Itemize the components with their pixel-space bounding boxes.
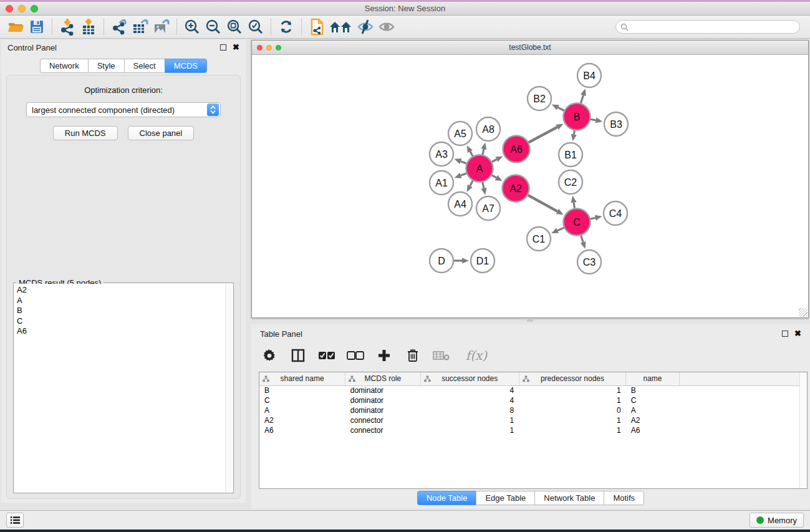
hide-selected-button[interactable] bbox=[355, 17, 376, 36]
cell-successor-nodes[interactable]: 1 bbox=[420, 425, 519, 435]
edge-A-A5[interactable] bbox=[470, 152, 473, 156]
node-B2[interactable]: B2 bbox=[528, 87, 551, 110]
save-session-button[interactable] bbox=[26, 17, 47, 36]
cell-successor-nodes[interactable]: 4 bbox=[420, 395, 519, 405]
node-D1[interactable]: D1 bbox=[471, 249, 494, 273]
delete-column-button[interactable] bbox=[402, 345, 423, 366]
cell-name[interactable]: C bbox=[626, 395, 680, 405]
select-all-button[interactable] bbox=[316, 345, 337, 366]
show-all-button[interactable] bbox=[376, 17, 397, 36]
table-settings-button[interactable] bbox=[259, 345, 280, 366]
cell-predecessor-nodes[interactable]: 1 bbox=[519, 395, 625, 405]
tab-style[interactable]: Style bbox=[88, 59, 124, 73]
window-titlebar[interactable]: Session: New Session bbox=[0, 2, 810, 16]
refresh-button[interactable] bbox=[276, 17, 297, 36]
node-B4[interactable]: B4 bbox=[577, 64, 601, 87]
edge-A-A3[interactable] bbox=[461, 162, 466, 163]
function-builder-button[interactable]: f(x) bbox=[460, 345, 493, 366]
add-column-button[interactable] bbox=[374, 345, 395, 366]
edge-A-A1[interactable] bbox=[461, 173, 466, 175]
tab-motifs[interactable]: Motifs bbox=[604, 491, 644, 505]
edge-A-A2[interactable] bbox=[492, 175, 496, 178]
node-B3[interactable]: B3 bbox=[604, 112, 628, 136]
delete-table-button[interactable] bbox=[431, 345, 452, 366]
node-C4[interactable]: C4 bbox=[604, 201, 627, 225]
node-D[interactable]: D bbox=[430, 249, 453, 273]
edge-B-B4[interactable] bbox=[581, 95, 584, 104]
node-A[interactable]: A bbox=[466, 155, 493, 182]
new-network-from-selection-button[interactable] bbox=[306, 17, 327, 36]
tab-node-table[interactable]: Node Table bbox=[417, 491, 476, 505]
cell-predecessor-nodes[interactable]: 1 bbox=[519, 385, 625, 395]
cell-name[interactable]: A bbox=[626, 405, 680, 415]
edge-C-C1[interactable] bbox=[557, 228, 564, 231]
edge-A2-C[interactable] bbox=[528, 195, 557, 211]
mcds-result-scrollbar[interactable] bbox=[225, 284, 233, 492]
close-panel-icon[interactable]: ✖ bbox=[233, 44, 239, 51]
node-B1[interactable]: B1 bbox=[559, 143, 582, 167]
export-table-button[interactable] bbox=[130, 17, 151, 36]
cell-shared-name[interactable]: A6 bbox=[259, 425, 345, 435]
table-row[interactable]: A6connector11A6 bbox=[259, 425, 807, 435]
table-row[interactable]: Adominator80A bbox=[259, 405, 807, 415]
mcds-result-item[interactable]: C bbox=[17, 316, 223, 327]
node-A7[interactable]: A7 bbox=[476, 196, 500, 220]
tab-network-table[interactable]: Network Table bbox=[534, 491, 604, 505]
window-resize-grip[interactable] bbox=[799, 308, 808, 317]
zoom-fit-button[interactable] bbox=[224, 17, 245, 36]
cell-successor-nodes[interactable]: 4 bbox=[420, 385, 519, 395]
edge-A-A6[interactable] bbox=[492, 160, 497, 162]
tab-edge-table[interactable]: Edge Table bbox=[476, 491, 534, 505]
cell-name[interactable]: B bbox=[626, 385, 680, 395]
mcds-result-item[interactable]: A6 bbox=[17, 326, 223, 337]
node-A4[interactable]: A4 bbox=[448, 192, 472, 216]
node-C3[interactable]: C3 bbox=[577, 250, 601, 274]
node-C2[interactable]: C2 bbox=[559, 170, 582, 194]
edge-C-C2[interactable] bbox=[574, 203, 574, 208]
network-canvas[interactable]: B4B2BB3A5A8A6B1A3AC2A1A2A4A7CC4C1C3DD1 bbox=[252, 55, 808, 317]
zoom-out-button[interactable] bbox=[203, 17, 224, 36]
memory-button[interactable]: Memory bbox=[750, 513, 804, 528]
cell-MCDS-role[interactable]: dominator bbox=[345, 385, 420, 395]
export-image-button[interactable] bbox=[151, 17, 172, 36]
import-table-button[interactable] bbox=[78, 17, 99, 36]
node-A3[interactable]: A3 bbox=[430, 142, 453, 166]
zoom-selected-button[interactable] bbox=[245, 17, 266, 36]
node-B[interactable]: B bbox=[564, 104, 591, 130]
mcds-result-item[interactable]: B bbox=[17, 306, 223, 316]
cell-name[interactable]: A2 bbox=[626, 415, 680, 425]
network-graph[interactable]: B4B2BB3A5A8A6B1A3AC2A1A2A4A7CC4C1C3DD1 bbox=[252, 55, 808, 317]
cell-successor-nodes[interactable]: 1 bbox=[420, 415, 519, 425]
column-header-predecessor-nodes[interactable]: predecessor nodes bbox=[519, 372, 625, 385]
mcds-result-item[interactable]: A2 bbox=[17, 285, 223, 296]
cell-MCDS-role[interactable]: dominator bbox=[345, 405, 420, 415]
edge-A-A8[interactable] bbox=[483, 149, 484, 155]
tab-select[interactable]: Select bbox=[124, 59, 165, 73]
node-A1[interactable]: A1 bbox=[430, 171, 453, 195]
cell-predecessor-nodes[interactable]: 1 bbox=[519, 415, 625, 425]
edge-C-C3[interactable] bbox=[581, 235, 583, 242]
cell-name[interactable]: A6 bbox=[626, 425, 680, 435]
open-session-button[interactable] bbox=[5, 17, 26, 36]
import-network-button[interactable] bbox=[57, 17, 78, 36]
node-A6[interactable]: A6 bbox=[503, 136, 530, 163]
deselect-all-button[interactable] bbox=[345, 345, 366, 366]
cell-shared-name[interactable]: C bbox=[259, 395, 345, 405]
cell-MCDS-role[interactable]: connector bbox=[345, 415, 420, 425]
show-column-panel-button[interactable] bbox=[287, 345, 309, 366]
column-header-shared-name[interactable]: shared name bbox=[259, 372, 345, 385]
column-header-name[interactable]: name bbox=[626, 372, 680, 385]
table-row[interactable]: A2connector11A2 bbox=[259, 415, 807, 425]
cell-MCDS-role[interactable]: connector bbox=[345, 425, 420, 435]
cell-shared-name[interactable]: A2 bbox=[259, 415, 345, 425]
column-header-MCDS-role[interactable]: MCDS role bbox=[345, 372, 420, 385]
cell-predecessor-nodes[interactable]: 0 bbox=[519, 405, 625, 415]
mcds-result-item[interactable]: A bbox=[17, 296, 223, 306]
node-A5[interactable]: A5 bbox=[448, 122, 472, 145]
first-neighbors-button[interactable] bbox=[327, 17, 355, 36]
optimization-criterion-select[interactable]: largest connected component (directed) bbox=[26, 102, 221, 117]
cell-MCDS-role[interactable]: dominator bbox=[345, 395, 420, 405]
edge-A6-B[interactable] bbox=[529, 127, 557, 143]
column-header-successor-nodes[interactable]: successor nodes bbox=[420, 372, 519, 385]
search-field[interactable] bbox=[615, 20, 800, 34]
